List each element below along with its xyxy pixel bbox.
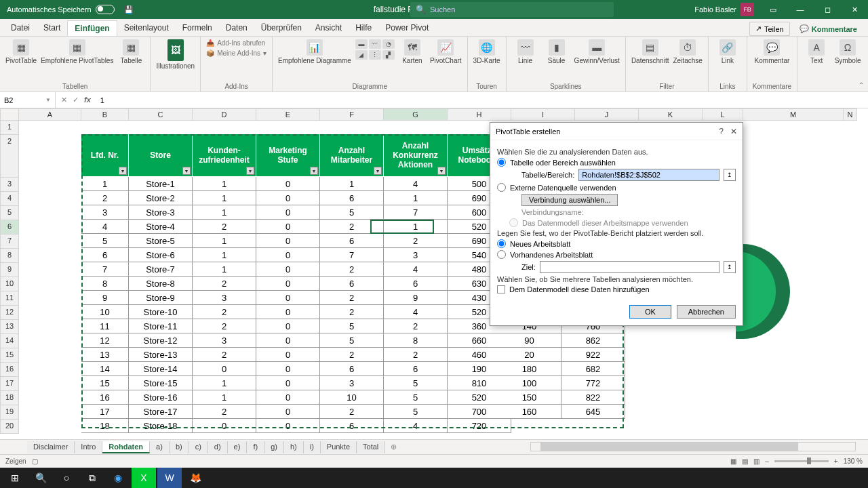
row-header[interactable]: 19 [0,405,19,420]
share-button[interactable]: ↗ Teilen [749,22,790,36]
table-cell[interactable]: 2 [320,220,384,234]
table-cell[interactable]: 682 [561,362,625,376]
table-cell[interactable]: Store-8 [129,277,193,291]
sheet-tab[interactable]: b) [170,441,189,453]
table-cell[interactable]: 6 [320,362,384,376]
pivottable-button[interactable]: ▦PivotTable [5,39,37,64]
table-cell[interactable]: 10 [320,390,384,405]
sheet-tab[interactable]: Rohdaten [102,441,150,453]
table-cell[interactable]: 1 [193,262,256,277]
sheet-tab[interactable]: i) [304,441,321,453]
table-cell[interactable]: 4 [384,262,448,277]
table-cell[interactable]: 6 [384,362,448,376]
table-cell[interactable]: 5 [81,234,129,248]
table-cell[interactable]: 6 [320,419,384,433]
row-header[interactable]: 10 [0,277,19,291]
sheet-tab[interactable]: Punkte [321,441,357,453]
target-input[interactable] [540,261,719,273]
row-header[interactable]: 17 [0,377,19,391]
column-header[interactable]: E [256,108,320,121]
3d-map-button[interactable]: 🌐3D-Karte [473,39,500,64]
table-header[interactable]: Anzahl Mitarbeiter▼ [320,134,384,177]
chart-gallery[interactable]: ▬〰◔ ◢⋮▞ [355,39,395,60]
table-cell[interactable]: 0 [256,376,320,390]
table-cell[interactable]: 1 [193,390,256,405]
radio-new-sheet[interactable] [497,239,506,248]
tab-formeln[interactable]: Formeln [176,20,219,36]
collapse-ribbon-button[interactable]: ⌃ [859,81,864,89]
table-cell[interactable]: 14 [81,362,129,376]
table-cell[interactable]: Store-9 [129,291,193,305]
column-header[interactable]: G [384,108,448,121]
row-header[interactable]: 18 [0,391,19,405]
sheet-tab[interactable]: Disclaimer [27,441,75,453]
table-cell[interactable]: 0 [256,191,320,205]
sheet-tab[interactable]: h) [284,441,304,453]
range-input[interactable] [578,169,719,181]
table-cell[interactable]: 0 [256,319,320,333]
table-cell[interactable]: Store-16 [129,390,193,405]
table-cell[interactable]: 0 [256,390,320,405]
table-cell[interactable]: 862 [561,333,625,348]
table-cell[interactable]: 15 [81,376,129,390]
firefox-taskbar-icon[interactable]: 🦊 [183,468,208,488]
table-cell[interactable]: 0 [256,277,320,291]
table-header[interactable]: Marketing Stufe▼ [256,134,320,177]
table-cell[interactable]: 5 [320,319,384,333]
zoom-slider[interactable] [774,460,829,462]
tab-ansicht[interactable]: Ansicht [309,20,349,36]
table-cell[interactable]: 1 [81,177,129,191]
table-header[interactable]: Anzahl Konkurrenz Aktionen▼ [384,134,448,177]
fx-icon[interactable]: fx [84,96,91,104]
table-cell[interactable]: 180 [498,362,561,376]
filter-dropdown-icon[interactable]: ▼ [437,167,446,175]
table-cell[interactable]: 0 [193,362,256,376]
start-button[interactable]: ⊞ [3,468,27,488]
pivotchart-button[interactable]: 📈PivotChart [430,39,462,64]
table-cell[interactable]: Store-15 [129,376,193,390]
table-cell[interactable]: 1 [193,191,256,205]
comment-button[interactable]: 💬Kommentar [755,39,790,64]
search-taskbar-icon[interactable]: 🔍 [28,468,53,488]
tab-überprüfen[interactable]: Überprüfen [254,20,309,36]
table-cell[interactable]: 11 [81,319,129,333]
table-cell[interactable]: 922 [561,348,625,362]
cortana-icon[interactable]: ○ [54,468,79,488]
target-picker-button[interactable]: ↥ [724,261,736,273]
row-header[interactable]: 13 [0,320,19,334]
column-header[interactable]: M [743,108,844,121]
table-cell[interactable]: 2 [193,220,256,234]
table-cell[interactable]: 1 [320,177,384,191]
table-cell[interactable]: 18 [81,419,129,433]
table-cell[interactable]: 0 [256,419,320,433]
table-cell[interactable]: 150 [498,390,561,405]
column-header[interactable]: F [320,108,384,121]
zoom-level[interactable]: 130 % [844,458,863,465]
table-cell[interactable]: 2 [384,348,448,362]
range-picker-button[interactable]: ↥ [724,169,736,181]
table-cell[interactable]: Store-10 [129,305,193,319]
ok-button[interactable]: OK [629,305,671,319]
sheet-tab[interactable]: c) [189,441,208,453]
row-header[interactable]: 15 [0,348,19,363]
table-button[interactable]: ▦Tabelle [117,39,144,64]
slicer-button[interactable]: ▤Datenschnitt [631,39,669,64]
sheet-tab[interactable]: e) [228,441,248,453]
table-cell[interactable]: Store-6 [129,248,193,262]
sheet-tab[interactable]: g) [264,441,284,453]
excel-taskbar-icon[interactable]: X [132,468,156,488]
table-cell[interactable]: 2 [384,234,448,248]
table-cell[interactable]: 0 [256,248,320,262]
table-cell[interactable]: 822 [561,390,625,405]
table-cell[interactable]: 0 [256,205,320,220]
sparkline-line-button[interactable]: 〰Linie [512,39,539,64]
column-header[interactable]: D [193,108,256,121]
table-cell[interactable]: 12 [81,333,129,348]
table-cell[interactable]: 0 [256,333,320,348]
table-cell[interactable]: Store-12 [129,333,193,348]
filter-dropdown-icon[interactable]: ▼ [310,167,318,175]
row-header[interactable]: 1 [0,121,19,135]
scatter-chart-icon[interactable]: ⋮ [369,50,381,60]
get-addins-button[interactable]: 📥 Add-Ins abrufen [206,39,267,47]
table-cell[interactable]: 1 [193,234,256,248]
